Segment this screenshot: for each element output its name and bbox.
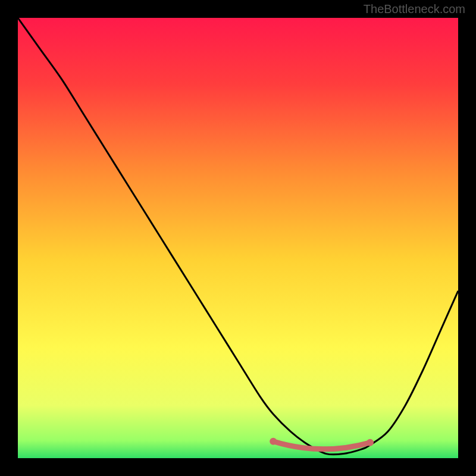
watermark-text: TheBottleneck.com (364, 2, 465, 16)
optimal-range-marker (270, 438, 374, 449)
chart-container: TheBottleneck.com (0, 0, 476, 476)
svg-point-1 (270, 438, 277, 445)
curve-layer (18, 18, 458, 458)
bottleneck-curve (18, 18, 458, 455)
plot-area (18, 18, 458, 458)
svg-point-2 (367, 439, 374, 446)
